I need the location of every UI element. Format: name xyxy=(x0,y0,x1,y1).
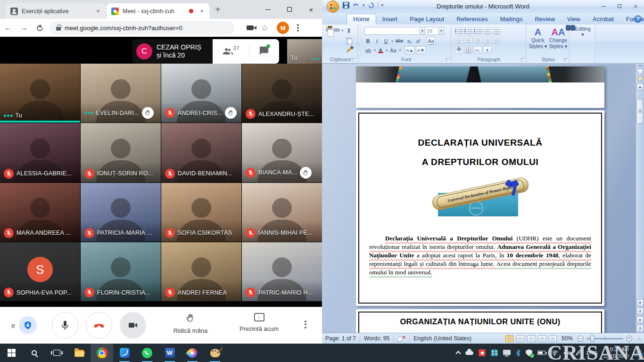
forward-button[interactable]: → xyxy=(16,23,32,33)
battery-icon[interactable] xyxy=(537,351,545,355)
copy-icon[interactable] xyxy=(345,37,353,44)
grow-font-button[interactable]: A▲ xyxy=(405,46,415,54)
close-button[interactable]: × xyxy=(300,0,322,19)
document-page-3[interactable]: ORGANIZAȚIA NAȚIUNILOR UNITE (ONU) xyxy=(356,309,604,333)
participant-tile[interactable]: SOFIA CSIKORTÁS xyxy=(161,183,241,242)
onedrive-cloud-icon[interactable] xyxy=(465,351,473,355)
font-name-combobox[interactable] xyxy=(364,27,420,35)
draft-view-button[interactable] xyxy=(549,335,557,342)
decrease-indent-button[interactable] xyxy=(483,27,491,35)
participant-tile[interactable]: Tu xyxy=(0,64,80,123)
fullscreen-reading-view-button[interactable] xyxy=(516,335,524,342)
scrollbar-thumb[interactable] xyxy=(636,99,644,123)
proofing-page-icon[interactable] xyxy=(637,68,643,74)
underline-dropdown-icon[interactable]: ▾ xyxy=(391,39,393,43)
highlight-button[interactable]: ab xyxy=(364,46,372,54)
cut-icon[interactable] xyxy=(345,28,353,34)
word-scrollbar[interactable]: ▲ ▼ ⇞ ● ⇟ xyxy=(636,64,644,333)
previous-page-button[interactable]: ⇞ xyxy=(636,308,644,315)
close-button[interactable]: × xyxy=(629,2,642,10)
ribbon-tab-page-layout[interactable]: Page Layout xyxy=(404,14,450,25)
spellcheck-status-icon[interactable] xyxy=(397,336,405,342)
language-indicator[interactable]: ENG xyxy=(586,350,598,356)
bluetooth-icon[interactable] xyxy=(516,349,520,357)
strikethrough-button[interactable]: abe xyxy=(394,37,405,45)
align-center-button[interactable] xyxy=(464,37,472,44)
increase-indent-button[interactable] xyxy=(493,27,501,35)
highlight-dropdown-icon[interactable]: ▾ xyxy=(374,49,376,52)
display-monitor-icon[interactable] xyxy=(503,351,511,355)
tray-chevron-icon[interactable] xyxy=(456,350,460,355)
bold-button[interactable]: B xyxy=(364,37,372,45)
participant-tile[interactable]: FLORIN-CRISTIA... xyxy=(81,242,161,301)
udhr-scroll-image[interactable]: Universal Declaration of Human Rights xyxy=(433,178,528,217)
line-spacing-button[interactable] xyxy=(493,37,501,44)
ribbon-tab-home[interactable]: Home xyxy=(347,14,376,25)
reload-button[interactable] xyxy=(37,25,43,31)
camera-button[interactable] xyxy=(120,312,146,338)
superscript-button[interactable]: x² xyxy=(414,37,422,45)
chrome-taskbar-button[interactable] xyxy=(91,344,113,362)
subscript-button[interactable]: x₂ xyxy=(405,37,413,45)
taskbar-search-button[interactable] xyxy=(23,344,45,362)
font-color-button[interactable]: A xyxy=(377,46,385,54)
shrink-font-button[interactable]: A▼ xyxy=(416,46,426,54)
more-options-icon[interactable] xyxy=(305,319,306,329)
paint-taskbar-button[interactable] xyxy=(204,344,226,362)
bookmark-star-icon[interactable]: ☆ xyxy=(261,23,268,33)
browser-tab-meet[interactable]: Meet - xxj-cbnh-zuh × xyxy=(107,3,209,19)
zoom-level[interactable]: 50% xyxy=(561,335,573,342)
help-button[interactable]: ? xyxy=(634,15,642,23)
ribbon-tab-review[interactable]: Review xyxy=(528,14,561,25)
present-now-button[interactable]: Prezintă acum xyxy=(230,313,289,332)
participant-tile[interactable]: MARA ANDREEA ... xyxy=(0,183,80,242)
word-taskbar-button[interactable]: W xyxy=(158,344,181,362)
language-indicator[interactable]: English (United States) xyxy=(413,335,471,342)
tray-teal-app-icon[interactable] xyxy=(491,349,498,356)
zoom-slider[interactable] xyxy=(586,338,623,339)
scroll-down-button[interactable]: ▼ xyxy=(636,299,644,306)
profile-avatar[interactable]: M xyxy=(277,22,289,34)
change-case-dropdown-icon[interactable]: ▾ xyxy=(399,49,401,52)
dialog-launcher-icon[interactable] xyxy=(353,58,356,62)
file-explorer-button[interactable] xyxy=(68,344,91,362)
align-left-button[interactable] xyxy=(455,37,463,44)
participant-tile[interactable]: PATRIC-MARIO H... xyxy=(242,242,322,301)
multilevel-list-button[interactable] xyxy=(474,27,482,35)
next-page-button[interactable]: ⇟ xyxy=(636,325,644,332)
ribbon-tab-insert[interactable]: Insert xyxy=(376,14,404,25)
wifi-icon[interactable] xyxy=(551,350,558,356)
zoom-in-button[interactable]: + xyxy=(626,336,632,342)
justify-button[interactable] xyxy=(483,37,491,44)
ribbon-tab-acrobat[interactable]: Acrobat xyxy=(586,14,620,25)
change-case-button[interactable]: Aa xyxy=(388,46,397,54)
zoom-out-button[interactable]: – xyxy=(578,336,584,342)
participant-tile[interactable]: PATRICIA-MARIA ... xyxy=(81,183,161,242)
italic-button[interactable]: I xyxy=(373,37,381,45)
document-page-2[interactable]: DECLARAȚIA UNIVERSALĂ A DREPTURILOR OMUL… xyxy=(356,110,604,306)
maximize-button[interactable] xyxy=(613,2,626,10)
whatsapp-taskbar-button[interactable] xyxy=(136,344,158,362)
participant-tile[interactable]: EVELIN-DARI... xyxy=(81,64,161,123)
select-browse-object-button[interactable]: ● xyxy=(636,316,644,323)
ribbon-tab-view[interactable]: View xyxy=(561,14,586,25)
ribbon-tab-references[interactable]: References xyxy=(450,14,494,25)
change-styles-button[interactable]: AA Change Styles ▾ xyxy=(548,27,568,49)
bullets-button[interactable] xyxy=(455,27,463,35)
print-layout-view-button[interactable] xyxy=(505,335,513,342)
sort-button[interactable]: A↓ xyxy=(474,46,482,54)
borders-button[interactable] xyxy=(464,46,472,54)
task-view-button[interactable] xyxy=(45,344,68,362)
editing-group[interactable]: Editing▾ xyxy=(570,25,595,63)
format-painter-icon[interactable] xyxy=(345,47,353,53)
windows-ink-pen-icon[interactable] xyxy=(575,350,581,356)
end-call-button[interactable] xyxy=(86,312,112,338)
action-center-button[interactable]: 3 xyxy=(634,350,641,356)
pan-hand-icon[interactable] xyxy=(637,76,643,81)
start-button[interactable] xyxy=(0,344,23,362)
align-right-button[interactable] xyxy=(474,37,482,44)
word-count[interactable]: Words: 95 xyxy=(364,335,389,342)
participant-tile[interactable]: ALEXANDRU-ȘTE... xyxy=(242,64,322,123)
microphone-button[interactable] xyxy=(52,312,78,338)
ribbon-tab-mailings[interactable]: Mailings xyxy=(494,14,529,25)
